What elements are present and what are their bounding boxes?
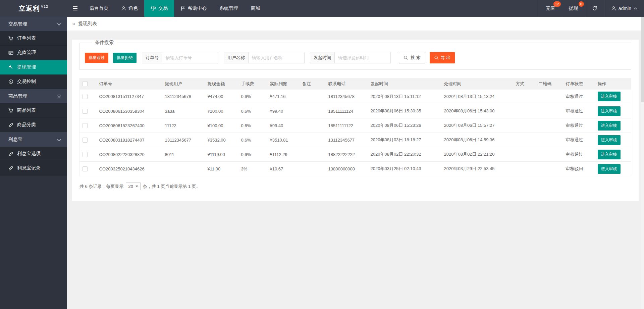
cell-processed: 2020年08月02日 22:21:20 bbox=[441, 147, 513, 162]
nav-item-home[interactable]: 后台首页 bbox=[83, 0, 115, 17]
sidebar-item-interest-records[interactable]: 利息宝记录 bbox=[0, 161, 67, 175]
enter-audit-button[interactable]: 进入审核 bbox=[598, 106, 621, 116]
user-menu[interactable]: admin bbox=[604, 0, 644, 17]
cell-method bbox=[513, 162, 536, 176]
scrollbar[interactable] bbox=[641, 17, 644, 309]
search-icon bbox=[434, 55, 439, 60]
scrollbar-thumb[interactable] bbox=[641, 17, 644, 102]
cell-amount: ¥100.00 bbox=[205, 118, 238, 133]
nav-item-help[interactable]: 帮助中心 bbox=[174, 0, 213, 17]
row-checkbox[interactable] bbox=[83, 109, 88, 114]
col-action: 操作 bbox=[595, 78, 631, 90]
sidebar-group-goods[interactable]: 商品管理 bbox=[0, 89, 67, 103]
cell-fee: 3% bbox=[238, 162, 267, 176]
cell-method bbox=[513, 104, 536, 118]
cell-processed: 2020年08月13日 15:13:24 bbox=[441, 90, 513, 104]
row-checkbox[interactable] bbox=[83, 123, 88, 128]
enter-audit-button[interactable]: 进入审核 bbox=[598, 135, 621, 145]
enter-audit-button[interactable]: 进入审核 bbox=[598, 121, 621, 131]
sidebar-item-goods-list[interactable]: 商品列表 bbox=[0, 103, 67, 118]
user-icon bbox=[121, 6, 126, 11]
sidebar-item-recharge-manage[interactable]: 充值管理 bbox=[0, 46, 67, 60]
col-order-no: 订单号 bbox=[97, 78, 162, 90]
sidebar-item-withdraw-manage[interactable]: 提现管理 bbox=[0, 60, 67, 74]
cell-status: 审核通过 bbox=[563, 133, 595, 147]
col-processed: 处理时间 bbox=[441, 78, 513, 90]
order-no-input[interactable] bbox=[162, 52, 218, 63]
cell-amount: ¥474.00 bbox=[205, 90, 238, 104]
cell-fee: 0.6% bbox=[238, 147, 267, 162]
nav-item-withdraw[interactable]: 提现 0 bbox=[562, 0, 585, 17]
page-size-select[interactable]: 20 bbox=[126, 183, 140, 190]
cell-actual: ¥99.40 bbox=[267, 118, 300, 133]
cell-fee: 0.6% bbox=[238, 90, 267, 104]
enter-audit-button[interactable]: 进入审核 bbox=[598, 164, 621, 174]
cell-user: 18112345678 bbox=[162, 90, 205, 104]
col-status: 订单状态 bbox=[563, 78, 595, 90]
sidebar-item-trade-control[interactable]: 交易控制 bbox=[0, 74, 67, 89]
cell-created: 2020年08月02日 22:20:32 bbox=[368, 147, 441, 162]
export-button[interactable]: 导 出 bbox=[430, 52, 455, 63]
sidebar-item-label: 商品分类 bbox=[17, 122, 36, 128]
row-checkbox[interactable] bbox=[83, 166, 88, 171]
batch-reject-button[interactable]: 批量拒绝 bbox=[113, 53, 137, 63]
cell-order-no: CO2003250210434626 bbox=[97, 162, 162, 176]
cell-fee: 0.6% bbox=[238, 133, 267, 147]
nav-item-roles[interactable]: 角色 bbox=[115, 0, 144, 17]
nav-item-system[interactable]: 系统管理 bbox=[213, 0, 245, 17]
sidebar-item-order-list[interactable]: 订单列表 bbox=[0, 31, 67, 46]
withdraw-table: 订单号 提现用户 提现金额 手续费 实际到账 备注 联系电话 发起时间 处理时间… bbox=[79, 78, 631, 176]
cell-actual: ¥10.67 bbox=[267, 162, 300, 176]
sidebar-group-interest[interactable]: 利息宝 bbox=[0, 132, 67, 147]
batch-approve-button[interactable]: 批量通过 bbox=[85, 53, 108, 63]
cell-phone: 13800000000 bbox=[326, 162, 368, 176]
select-arrow-icon bbox=[136, 186, 138, 187]
user-name-label: 用户名称 bbox=[224, 52, 248, 63]
nav-item-trade[interactable]: 交易 bbox=[144, 0, 174, 17]
sidebar-item-interest-options[interactable]: 利息宝选项 bbox=[0, 147, 67, 161]
table-row: CO2008061523267400 11122 ¥100.00 0.6% ¥9… bbox=[80, 118, 631, 133]
main-content: 条件搜索 批量通过 批量拒绝 订单号 用户名称 发起时间 bbox=[67, 31, 644, 309]
cell-fee: 0.6% bbox=[238, 104, 267, 118]
breadcrumb-arrows-icon bbox=[72, 20, 75, 27]
cell-qrcode bbox=[536, 133, 563, 147]
chevron-up-icon bbox=[634, 7, 637, 10]
row-checkbox[interactable] bbox=[83, 152, 88, 157]
gauge-icon bbox=[8, 79, 13, 84]
search-icon bbox=[404, 55, 408, 60]
col-user: 提现用户 bbox=[162, 78, 205, 90]
recharge-badge: 12 bbox=[553, 1, 561, 7]
search-button[interactable]: 搜 索 bbox=[399, 52, 425, 63]
row-checkbox[interactable] bbox=[83, 94, 88, 99]
pagination: 共 6 条记录，每页显示 20 条，共 1 页当前显示第 1 页。 bbox=[79, 183, 631, 190]
enter-audit-button[interactable]: 进入审核 bbox=[598, 150, 621, 159]
table-row: CO2008022220328820 8011 ¥1119.00 0.6% ¥1… bbox=[80, 147, 631, 162]
sidebar-item-goods-category[interactable]: 商品分类 bbox=[0, 118, 67, 132]
cell-user bbox=[162, 162, 205, 176]
nav-item-recharge[interactable]: 充值 12 bbox=[539, 0, 562, 17]
refresh-button[interactable] bbox=[585, 0, 604, 17]
cell-created: 2020年08月13日 15:11:12 bbox=[368, 90, 441, 104]
cell-method bbox=[513, 147, 536, 162]
select-all-checkbox[interactable] bbox=[83, 81, 88, 86]
navbar-right: 充值 12 提现 0 admin bbox=[539, 0, 644, 17]
link-icon bbox=[8, 166, 13, 171]
enter-audit-button[interactable]: 进入审核 bbox=[598, 92, 621, 101]
nav-item-mall[interactable]: 商城 bbox=[245, 0, 267, 17]
sidebar-group-label: 商品管理 bbox=[8, 93, 27, 99]
brand-version: V12 bbox=[41, 4, 49, 8]
brand-logo[interactable]: 立返利 V12 bbox=[0, 0, 67, 17]
sidebar-toggle-button[interactable] bbox=[67, 0, 83, 17]
cell-order-no: CO2008061530358304 bbox=[97, 104, 162, 118]
link-icon bbox=[8, 151, 13, 156]
cell-order-no: CO2008061523267400 bbox=[97, 118, 162, 133]
cell-created: 2020年08月06日 15:30:35 bbox=[368, 104, 441, 118]
row-checkbox[interactable] bbox=[83, 138, 88, 143]
user-name-input[interactable] bbox=[248, 52, 305, 63]
sidebar-group-trade[interactable]: 交易管理 bbox=[0, 17, 67, 31]
cell-status: 审核驳回 bbox=[563, 162, 595, 176]
start-time-input[interactable] bbox=[334, 52, 391, 63]
cell-fee: 0.6% bbox=[238, 118, 267, 133]
filter-row: 批量通过 批量拒绝 订单号 用户名称 发起时间 搜 索 bbox=[85, 52, 626, 63]
sidebar: 交易管理 订单列表 充值管理 提现管理 交易控制 商品管理 商品列表 商品分类 … bbox=[0, 17, 67, 309]
